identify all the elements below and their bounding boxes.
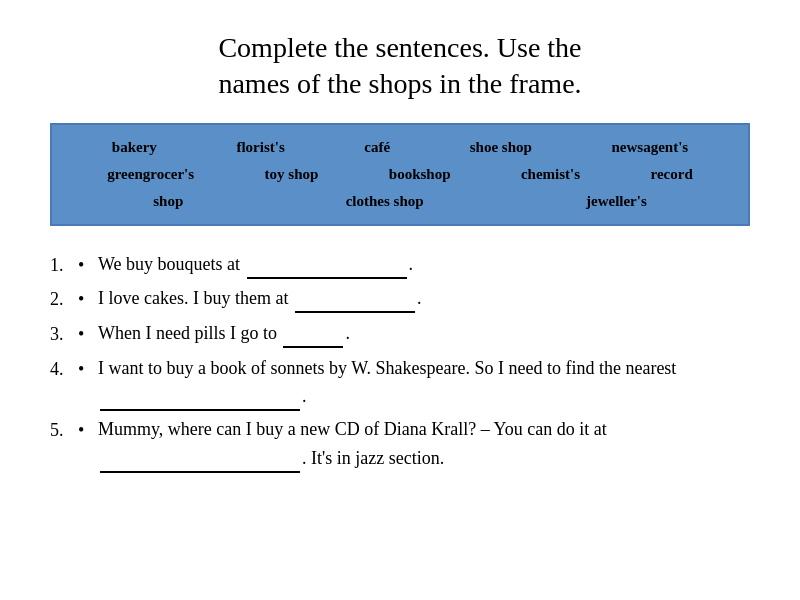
sentence-5-blank <box>100 471 300 473</box>
sentence-4-blank <box>100 409 300 411</box>
word-record: record <box>645 164 699 185</box>
sentence-4-text: I want to buy a book of sonnets by W. Sh… <box>98 354 750 412</box>
frame-row-2: greengrocer's toy shop bookshop chemist'… <box>72 164 728 185</box>
word-greengrocer: greengrocer's <box>101 164 200 185</box>
word-bookshop: bookshop <box>383 164 457 185</box>
sentence-4: 4. • I want to buy a book of sonnets by … <box>50 354 750 412</box>
sentences-list: 1. • We buy bouquets at . 2. • I love ca… <box>50 250 750 473</box>
page-title: Complete the sentences. Use the names of… <box>50 30 750 103</box>
sentence-5-num: 5. <box>50 415 78 446</box>
word-shop: shop <box>147 191 189 212</box>
frame-row-3: shop clothes shop jeweller's <box>72 191 728 212</box>
sentence-2: 2. • I love cakes. I buy them at . <box>50 284 750 315</box>
sentence-3-blank <box>283 346 343 348</box>
sentence-1-num: 1. <box>50 250 78 281</box>
sentence-4-bullet: • <box>78 354 98 385</box>
word-toy-shop: toy shop <box>259 164 325 185</box>
frame-row-1: bakery florist's café shoe shop newsagen… <box>72 137 728 158</box>
sentence-5: 5. • Mummy, where can I buy a new CD of … <box>50 415 750 473</box>
word-chemist: chemist's <box>515 164 586 185</box>
sentence-1: 1. • We buy bouquets at . <box>50 250 750 281</box>
sentence-5-text: Mummy, where can I buy a new CD of Diana… <box>98 415 750 473</box>
sentence-2-num: 2. <box>50 284 78 315</box>
sentence-3-num: 3. <box>50 319 78 350</box>
vocabulary-frame: bakery florist's café shoe shop newsagen… <box>50 123 750 226</box>
sentence-1-text: We buy bouquets at . <box>98 250 750 279</box>
word-jeweller: jeweller's <box>580 191 653 212</box>
sentence-3: 3. • When I need pills I go to . <box>50 319 750 350</box>
sentence-5-bullet: • <box>78 415 98 446</box>
sentence-2-blank <box>295 311 415 313</box>
sentence-1-blank <box>247 277 407 279</box>
sentence-3-bullet: • <box>78 319 98 350</box>
word-cafe: café <box>358 137 396 158</box>
sentence-1-bullet: • <box>78 250 98 281</box>
sentence-2-text: I love cakes. I buy them at . <box>98 284 750 313</box>
word-florist: florist's <box>230 137 290 158</box>
sentence-4-num: 4. <box>50 354 78 385</box>
word-clothes-shop: clothes shop <box>340 191 430 212</box>
sentence-2-bullet: • <box>78 284 98 315</box>
sentence-3-text: When I need pills I go to . <box>98 319 750 348</box>
word-bakery: bakery <box>106 137 163 158</box>
word-shoe-shop: shoe shop <box>464 137 538 158</box>
word-newsagent: newsagent's <box>605 137 694 158</box>
